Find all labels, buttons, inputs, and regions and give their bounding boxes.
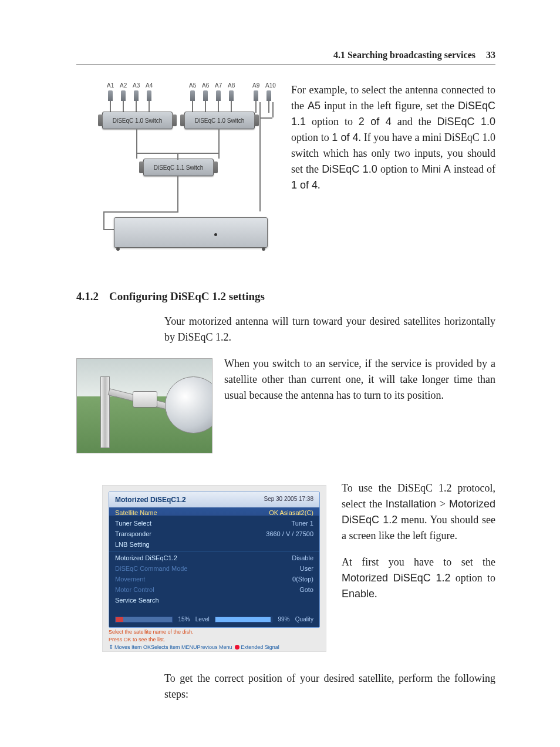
text-sans: Motorized DiSEqC 1.2 bbox=[342, 572, 451, 584]
level-bar-icon bbox=[115, 617, 173, 622]
paragraph-use-protocol: To use the DiSEqC 1.2 protocol, select t… bbox=[342, 480, 495, 544]
text-sans: DiSEqC 1.0 bbox=[322, 163, 377, 175]
osd-label: Service Search bbox=[115, 597, 159, 604]
osd-label: DiSEqC Command Mode bbox=[115, 565, 188, 572]
osd-value: Disable bbox=[292, 554, 313, 561]
text-sans: Enable bbox=[342, 588, 375, 600]
text: option to bbox=[306, 116, 359, 127]
lnb-icon bbox=[203, 90, 208, 101]
cable bbox=[177, 176, 178, 211]
osd-row-movement: Movement 0(Stop) bbox=[109, 574, 319, 584]
osd-row-satellite: Satellite Name OK Asiasat2(C) bbox=[109, 507, 319, 518]
osd-value: OK Asiasat2(C) bbox=[269, 509, 313, 516]
text: > bbox=[436, 498, 449, 510]
text: At first you have to set the bbox=[342, 556, 495, 568]
lnb-icon bbox=[121, 90, 126, 101]
label-a6: A6 bbox=[202, 82, 209, 89]
label-a2: A2 bbox=[120, 82, 127, 89]
cable bbox=[272, 102, 274, 117]
paragraph-switch-service: When you switch to an service, if the se… bbox=[224, 356, 495, 403]
osd-value: Tuner 1 bbox=[291, 520, 313, 527]
ok-key-icon: OK bbox=[143, 644, 151, 650]
text-sans: Installation bbox=[386, 498, 436, 510]
osd-value: 0(Stop) bbox=[292, 576, 313, 583]
text: Previous Menu bbox=[197, 644, 232, 650]
text: instead of bbox=[451, 163, 495, 175]
subheading-title: Configuring DiSEqC 1.2 settings bbox=[109, 290, 265, 302]
level-label: Level bbox=[195, 616, 210, 622]
cable bbox=[259, 117, 261, 211]
quality-bar-icon bbox=[215, 617, 272, 622]
osd-panel: Motorized DiSEqC1.2 Sep 30 2005 17:38 Sa… bbox=[109, 492, 320, 628]
paragraph-set-enable: At first you have to set the Motorized D… bbox=[342, 554, 495, 602]
dish-motor-icon bbox=[133, 391, 157, 408]
osd-signal-bars: 15% Level 99% Quality bbox=[109, 613, 319, 627]
text: . bbox=[318, 179, 321, 191]
osd-row-tuner: Tuner Select Tuner 1 bbox=[109, 518, 319, 529]
cable bbox=[218, 129, 220, 159]
label-a3: A3 bbox=[133, 82, 140, 89]
level-pct: 15% bbox=[178, 616, 190, 622]
dish-reflector-icon bbox=[165, 376, 212, 433]
cable bbox=[103, 211, 104, 229]
label-a1: A1 bbox=[107, 82, 114, 89]
osd-screenshot: Motorized DiSEqC1.2 Sep 30 2005 17:38 Sa… bbox=[102, 485, 326, 652]
lnb-icon bbox=[229, 90, 234, 101]
quality-pct: 99% bbox=[278, 616, 289, 622]
paragraph-steps-intro: To get the correct position of your desi… bbox=[164, 671, 495, 702]
text: Extended Signal bbox=[241, 644, 279, 650]
text: option to bbox=[451, 572, 495, 584]
osd-value: 3660 / V / 27500 bbox=[266, 530, 313, 537]
text-sans: DiSEqC 1.0 bbox=[437, 116, 495, 127]
cable bbox=[259, 117, 272, 119]
osd-value: User bbox=[300, 565, 313, 572]
text-sans: Mini A bbox=[421, 163, 451, 175]
paragraph-intro-12: Your motorized antenna will turn toward … bbox=[164, 314, 495, 345]
cable bbox=[177, 153, 178, 160]
diseqc11-switch: DiSEqC 1.1 Switch bbox=[143, 159, 214, 176]
text-sans: A5 bbox=[308, 100, 321, 112]
text: Moves Item bbox=[114, 644, 142, 650]
diseqc-switch-diagram: A1 A2 A3 A4 A5 A6 A7 A8 A9 A10 DiSEqC 1.… bbox=[102, 82, 278, 264]
lnb-icon bbox=[266, 90, 271, 101]
header-section: 4.1 Searching broadcasting services bbox=[333, 50, 475, 60]
cable bbox=[136, 129, 137, 159]
cable bbox=[259, 102, 261, 117]
osd-datetime: Sep 30 2005 17:38 bbox=[264, 496, 313, 504]
text: . bbox=[375, 588, 377, 600]
label-a9: A9 bbox=[252, 82, 259, 89]
lnb-icon bbox=[254, 90, 258, 101]
osd-row-motorcontrol: Motor Control Goto bbox=[109, 584, 319, 595]
lnb-icon bbox=[147, 90, 151, 101]
osd-titlebar: Motorized DiSEqC1.2 Sep 30 2005 17:38 bbox=[109, 492, 319, 507]
text-sans: 1 of 4 bbox=[291, 179, 318, 191]
running-header: 4.1 Searching broadcasting services 33 bbox=[76, 50, 495, 65]
cable bbox=[103, 211, 178, 213]
subheading-number: 4.1.2 bbox=[76, 290, 99, 302]
text: input in the left figure, set the bbox=[321, 100, 458, 112]
diseqc10-switch-a: DiSEqC 1.0 Switch bbox=[102, 112, 173, 129]
header-page-number: 33 bbox=[486, 50, 495, 60]
lnb-icon bbox=[216, 90, 221, 101]
text: option to bbox=[291, 132, 332, 143]
dish-pole-icon bbox=[100, 376, 110, 448]
lnb-icon bbox=[190, 90, 195, 101]
updown-icon: ⇕ bbox=[109, 644, 113, 650]
osd-separator bbox=[109, 551, 319, 551]
osd-row-transponder: Transponder 3660 / V / 27500 bbox=[109, 529, 319, 539]
quality-label: Quality bbox=[295, 616, 313, 622]
text: option to bbox=[377, 163, 421, 175]
subheading-4-1-2: 4.1.2Configuring DiSEqC 1.2 settings bbox=[76, 290, 495, 303]
label-a7: A7 bbox=[215, 82, 222, 89]
cable bbox=[103, 229, 114, 230]
osd-label: Movement bbox=[115, 576, 145, 583]
label-a10: A10 bbox=[265, 82, 276, 89]
osd-row-lnb: LNB Setting bbox=[109, 539, 319, 550]
lnb-icon bbox=[108, 90, 113, 101]
osd-help-keys: ⇕Moves Item OKSelects Item MENUPrevious … bbox=[109, 644, 320, 650]
text: and the bbox=[392, 116, 437, 127]
label-a8: A8 bbox=[228, 82, 235, 89]
osd-value: Goto bbox=[299, 586, 313, 593]
osd-label: Transponder bbox=[115, 530, 151, 537]
text-sans: 2 of 4 bbox=[359, 116, 392, 127]
